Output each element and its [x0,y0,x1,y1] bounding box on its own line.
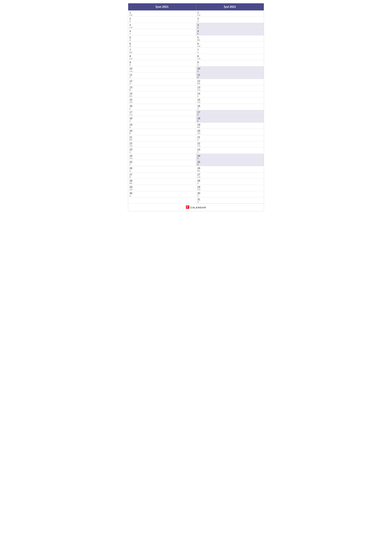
day-label: C.A [197,14,263,16]
day-label: Ç.A [197,89,263,91]
month1-day-row: 27B. [128,172,196,179]
svg-text:7: 7 [186,206,188,209]
day-label: Ç.A [129,14,195,16]
month1-day-row: 15Ç.A [128,98,196,104]
day-number: 6 [197,42,263,45]
month1-day-row: 25C. [128,160,196,166]
month1-day-row: 23Ç. [128,147,196,154]
day-number: 3 [197,24,263,27]
day-label: Ç.A [129,145,195,147]
day-number: 25 [129,161,195,164]
month1-day-row: 16Ç. [128,104,196,110]
day-label: Ş. [197,114,263,116]
month2-header: İyul 2021 [196,3,264,10]
day-label: Ç.A [129,189,195,191]
month2-day-row: 17Ş. [196,110,264,116]
day-label: C. [197,151,263,153]
day-label: C. [197,20,263,22]
day-label: Ç. [197,139,263,141]
month1-day-row: 21B.E [128,135,196,141]
day-label: Ş. [129,83,195,85]
day-label: C.A [129,27,195,29]
day-number: 19 [129,123,195,126]
day-number: 20 [129,129,195,132]
month2-day-row: 18B. [196,116,264,123]
month2-day-row: 3Ş. [196,23,264,29]
day-number: 4 [129,30,195,33]
day-number: 22 [129,142,195,145]
month2-day-row: 2C. [196,17,264,23]
day-number: 12 [197,80,263,83]
day-number: 27 [197,173,263,176]
day-number: 18 [197,117,263,120]
day-label: B. [129,176,195,178]
day-label: B.E [129,182,195,184]
day-label: B.E [129,95,195,97]
day-label: Ş. [197,201,263,203]
month2-day-row: 26B.E [196,166,264,172]
month1-day-row: 12Ş. [128,79,196,85]
day-label: C. [129,33,195,35]
day-number: 29 [197,186,263,189]
day-label: B. [197,76,263,79]
month2-day-row: 19B.E [196,123,264,129]
day-number: 1 [197,11,263,14]
month2-day-row: 25B. [196,160,264,166]
day-number: 5 [197,36,263,39]
day-number: 26 [197,167,263,170]
logo-icon: 7 [186,205,189,210]
month2-day-row: 10Ş. [196,66,264,73]
day-number: 9 [197,61,263,64]
day-number: 2 [197,17,263,20]
month2-day-row: 1C.A [196,10,264,17]
month2-day-row: 4B. [196,29,264,35]
day-number: 19 [197,123,263,126]
day-label: C. [197,108,263,110]
day-number: 31 [197,198,263,201]
month2-day-row: 12B.E [196,79,264,85]
day-number: 11 [129,73,195,76]
month1-day-row: 6B. [128,42,196,48]
day-label: Ş. [197,157,263,160]
month2-day-row: 22C.A [196,141,264,147]
day-label: C. [129,76,195,79]
month2-day-row: 27Ç.A [196,172,264,179]
day-number: 7 [129,48,195,51]
day-number: 13 [197,86,263,89]
day-label: Ş. [197,70,263,72]
day-label: C. [197,64,263,66]
month2-day-row: 7Ç. [196,48,264,54]
day-number: 24 [197,154,263,157]
month1-day-row: 19Ş. [128,123,196,129]
day-label: Ç. [129,151,195,153]
day-number: 30 [197,192,263,195]
day-label: C.A [129,157,195,160]
day-label: B. [197,164,263,166]
month2-day-row: 31Ş. [196,197,264,204]
month2-day-row: 6Ç.A [196,42,264,48]
day-label: C.A [129,114,195,116]
day-number: 20 [197,129,263,132]
day-number: 14 [129,92,195,95]
day-label: Ç. [197,51,263,53]
day-label: B.E [129,139,195,141]
day-number: 15 [129,98,195,101]
calendar-logo-svg: 7 [186,205,189,209]
day-label: Ç. [129,20,195,22]
day-number: 12 [129,80,195,83]
month2-day-row: 15C.A [196,98,264,104]
month1-day-row: 28B.E [128,179,196,185]
logo-text: CALENDAR [190,206,206,209]
day-number: 6 [129,42,195,45]
day-number: 28 [197,179,263,182]
day-number: 10 [129,67,195,70]
day-label: Ş. [129,39,195,41]
day-label: Ç.A [197,45,263,47]
month1-day-row: 14B.E [128,91,196,98]
day-number: 26 [129,167,195,170]
logo-container: 7 CALENDAR [186,205,206,210]
day-label: B.E [129,51,195,53]
day-number: 2 [129,17,195,20]
day-number: 15 [197,98,263,101]
day-number: 8 [129,55,195,58]
